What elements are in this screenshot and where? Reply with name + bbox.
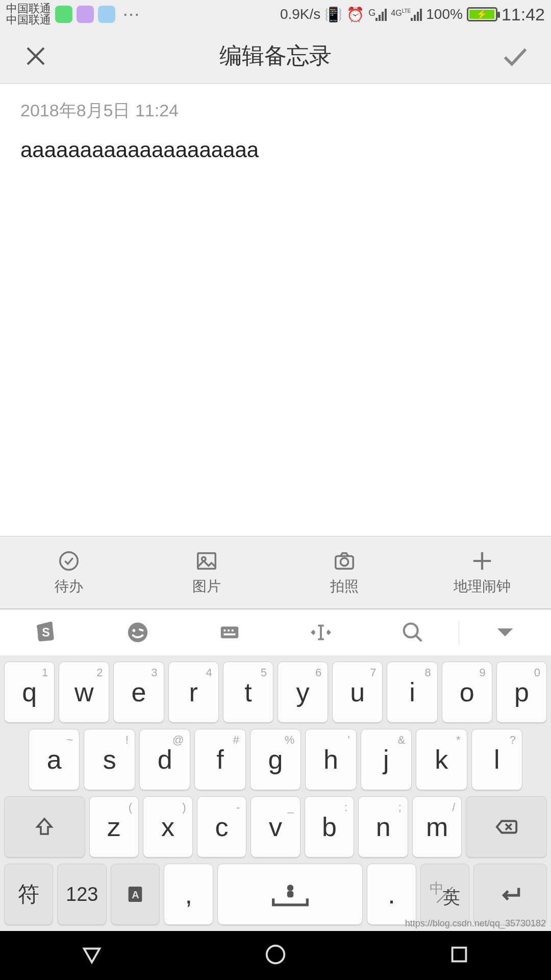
key-sup: 3 xyxy=(151,666,157,679)
collapse-keyboard-button[interactable] xyxy=(459,621,551,644)
todo-button[interactable]: 待办 xyxy=(0,536,138,608)
key-sup: 1 xyxy=(42,666,48,679)
svg-point-18 xyxy=(267,946,285,964)
key-q[interactable]: 1q xyxy=(4,662,55,723)
search-button[interactable] xyxy=(367,621,459,644)
signal-icon xyxy=(411,8,422,21)
key-e[interactable]: 3e xyxy=(113,662,164,723)
space-key[interactable] xyxy=(217,864,363,925)
backspace-key[interactable] xyxy=(466,796,547,857)
image-button[interactable]: 图片 xyxy=(138,536,276,608)
key-n[interactable]: ;n xyxy=(358,796,408,857)
key-y[interactable]: 6y xyxy=(278,662,328,723)
key-main: u xyxy=(350,677,365,707)
carrier-label: 中国联通 中国联通 xyxy=(6,3,51,26)
key-k[interactable]: *k xyxy=(416,729,467,790)
svg-rect-19 xyxy=(453,948,466,962)
svg-rect-17 xyxy=(287,891,293,898)
period-key[interactable]: . xyxy=(367,864,416,925)
close-button[interactable] xyxy=(20,41,51,71)
key-main: c xyxy=(215,812,228,842)
key-p[interactable]: 0p xyxy=(496,662,547,723)
home-button[interactable] xyxy=(264,943,287,968)
geo-alarm-button[interactable]: 地理闹钟 xyxy=(413,536,551,608)
key-sup: 8 xyxy=(424,666,431,679)
key-main: l xyxy=(494,744,500,775)
key-i[interactable]: 8i xyxy=(387,662,437,723)
key-main: o xyxy=(460,677,474,707)
battery-percent: 100% xyxy=(426,6,463,22)
key-sup: ~ xyxy=(67,733,73,747)
keyboard: 1q2w3e4r5t6y7u8i9o0p ~a!s@d#f%g'h&j*k?l … xyxy=(0,655,551,931)
key-main: q xyxy=(22,677,37,707)
key-main: n xyxy=(376,812,391,842)
key-u[interactable]: 7u xyxy=(332,662,383,723)
key-m[interactable]: /m xyxy=(412,796,462,857)
signal-icon xyxy=(375,8,387,21)
recent-apps-button[interactable] xyxy=(447,943,471,968)
key-z[interactable]: (z xyxy=(89,796,139,857)
key-sup: * xyxy=(456,733,461,747)
net-g-label: G xyxy=(368,8,375,18)
svg-rect-11 xyxy=(231,629,233,631)
key-o[interactable]: 9o xyxy=(442,662,492,723)
key-main: d xyxy=(158,744,172,775)
symbol-key[interactable]: 符 xyxy=(4,864,53,925)
image-label: 图片 xyxy=(192,577,221,596)
svg-rect-9 xyxy=(223,629,226,631)
key-sup: @ xyxy=(172,733,184,747)
key-main: w xyxy=(74,677,94,707)
key-b[interactable]: :b xyxy=(305,796,355,857)
key-s[interactable]: !s xyxy=(84,729,135,790)
key-w[interactable]: 2w xyxy=(59,662,109,723)
note-content[interactable]: aaaaaaaaaaaaaaaaaaaa xyxy=(20,138,531,162)
key-x[interactable]: )x xyxy=(143,796,193,857)
camera-button[interactable]: 拍照 xyxy=(276,536,413,608)
key-l[interactable]: ?l xyxy=(471,729,522,790)
carrier-1: 中国联通 xyxy=(6,3,51,14)
key-r[interactable]: 4r xyxy=(168,662,219,723)
net-speed: 0.9K/s xyxy=(280,6,320,22)
shift-key[interactable] xyxy=(4,796,85,857)
key-sup: ( xyxy=(129,801,132,814)
key-sup: 0 xyxy=(534,666,540,679)
language-dict-key[interactable]: A xyxy=(111,864,160,925)
key-a[interactable]: ~a xyxy=(29,729,80,790)
emoji-button[interactable] xyxy=(92,621,184,644)
vibrate-icon: 📳 xyxy=(324,6,342,23)
svg-point-4 xyxy=(340,558,348,566)
key-c[interactable]: -c xyxy=(197,796,247,857)
ime-logo-button[interactable]: S xyxy=(0,621,92,644)
key-main: z xyxy=(107,812,120,842)
todo-label: 待办 xyxy=(55,577,83,596)
key-d[interactable]: @d xyxy=(139,729,190,790)
key-v[interactable]: _v xyxy=(251,796,300,857)
cn-en-toggle-key[interactable]: 中 英 xyxy=(420,864,469,925)
svg-point-7 xyxy=(132,629,135,632)
key-sup: 2 xyxy=(96,666,103,679)
net-4g-label: 4GLTE xyxy=(391,8,411,17)
status-app-icons: ⋯ xyxy=(55,4,141,24)
key-sup: / xyxy=(452,801,455,814)
keyboard-switch-button[interactable] xyxy=(184,621,276,644)
note-editor[interactable]: 2018年8月5日 11:24 aaaaaaaaaaaaaaaaaaaa xyxy=(0,84,551,536)
key-g[interactable]: %g xyxy=(250,729,301,790)
key-t[interactable]: 5t xyxy=(223,662,273,723)
status-app-icon xyxy=(98,6,115,23)
comma-key[interactable]: , xyxy=(164,864,213,925)
key-main: s xyxy=(103,744,116,775)
cursor-move-button[interactable] xyxy=(275,621,367,644)
key-f[interactable]: #f xyxy=(194,729,245,790)
enter-key[interactable] xyxy=(473,864,547,925)
key-j[interactable]: &j xyxy=(361,729,412,790)
key-h[interactable]: 'h xyxy=(305,729,356,790)
key-sup: ! xyxy=(126,733,129,747)
svg-rect-1 xyxy=(198,553,216,569)
status-app-icon xyxy=(77,6,94,23)
key-main: a xyxy=(47,744,62,775)
back-button[interactable] xyxy=(80,943,104,968)
number-key[interactable]: 123 xyxy=(57,864,106,925)
confirm-button[interactable] xyxy=(500,41,531,71)
svg-rect-8 xyxy=(220,627,238,639)
key-main: k xyxy=(435,744,448,775)
